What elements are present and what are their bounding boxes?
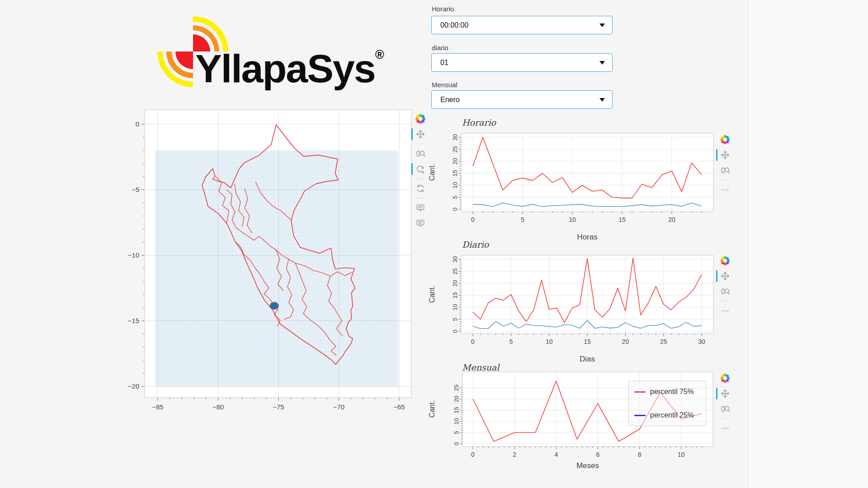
more-tools-button[interactable] <box>719 183 731 196</box>
selected-cell-marker[interactable] <box>270 302 278 310</box>
y-tick-label: 30 <box>452 256 458 263</box>
horario-chart-toolbar <box>718 132 732 197</box>
horario-y-axis-label: Cant. <box>428 164 436 181</box>
x-tick-label: −80 <box>212 403 224 411</box>
x-tick-label: −70 <box>333 403 344 411</box>
pan-tool-button[interactable] <box>719 270 731 282</box>
horario-chart-title: Horario <box>462 117 496 127</box>
percentil-25-swatch <box>634 415 646 416</box>
mensual-select[interactable]: Enero <box>431 90 613 109</box>
x-tick-label: −65 <box>393 403 405 411</box>
y-tick-label: −10 <box>128 251 139 259</box>
diario-chart-toolbar <box>718 253 732 319</box>
y-tick-label: 0 <box>136 120 139 128</box>
x-tick-label: 25 <box>660 338 667 345</box>
box-zoom-tool-button[interactable] <box>414 147 427 160</box>
mensual-chart-title: Mensual <box>462 362 499 372</box>
diario-select-label: diario <box>432 44 448 52</box>
app-root: −85−80−75−70−650−5−10−15−200510152005101… <box>0 0 868 488</box>
box-zoom-tool-button[interactable] <box>719 285 731 298</box>
box-zoom-tool-button[interactable] <box>719 164 731 177</box>
x-tick-label: 10 <box>569 216 576 223</box>
y-tick-label: 20 <box>452 158 458 164</box>
y-tick-label: 20 <box>452 280 458 286</box>
diario-chart-title: Diario <box>462 239 489 249</box>
diario-select[interactable]: 01 <box>431 53 613 72</box>
toolbar-separator <box>416 178 425 179</box>
toolbar-separator <box>721 301 729 301</box>
toolbar-separator <box>721 418 729 419</box>
horario-plot-canvas[interactable] <box>461 133 713 211</box>
y-tick-label: 10 <box>452 182 458 188</box>
y-tick-label: 5 <box>452 196 458 199</box>
bokeh-logo[interactable] <box>719 254 731 267</box>
yllapasys-logo: YllapaSys® <box>149 5 420 95</box>
x-tick-label: 0 <box>471 216 475 223</box>
chevron-down-icon <box>599 23 605 27</box>
chevron-down-icon <box>599 98 605 102</box>
pan-tool-button[interactable] <box>414 128 427 141</box>
mensual-select-label: Mensual <box>432 81 458 89</box>
x-tick-label: 2 <box>513 451 516 458</box>
y-tick-label: 0 <box>453 442 460 445</box>
bokeh-logo[interactable] <box>719 372 731 385</box>
y-tick-label: 20 <box>453 396 460 402</box>
y-tick-label: 15 <box>453 407 460 413</box>
hover-tool-button[interactable] <box>414 217 427 230</box>
y-tick-label: 15 <box>452 292 458 298</box>
y-tick-label: 0 <box>452 207 458 211</box>
legend-item: percentil 25% <box>634 411 700 419</box>
mensual-y-axis-label: Cant. <box>428 400 436 418</box>
y-tick-label: 10 <box>453 418 460 424</box>
toolbar-separator <box>416 144 425 144</box>
hover-tool-button[interactable] <box>414 202 427 214</box>
x-tick-label: 15 <box>618 216 626 223</box>
x-tick-label: −75 <box>273 403 284 411</box>
reset-tool-button[interactable] <box>414 182 427 195</box>
diario-select-value: 01 <box>440 59 448 67</box>
x-tick-label: 5 <box>521 216 524 223</box>
y-tick-label: −15 <box>128 317 139 324</box>
horario-select[interactable]: 00:00:00 <box>431 16 613 34</box>
bokeh-logo[interactable] <box>414 113 427 125</box>
x-tick-label: 0 <box>471 338 475 345</box>
map-toolbar <box>413 111 428 231</box>
y-tick-label: 25 <box>452 146 458 152</box>
x-tick-label: 8 <box>638 451 642 458</box>
mensual-chart-toolbar <box>718 371 732 436</box>
pan-tool-button[interactable] <box>719 149 731 161</box>
x-tick-label: 10 <box>678 451 685 458</box>
x-tick-label: 10 <box>546 338 553 345</box>
more-tools-button[interactable] <box>719 305 731 317</box>
legend: percentil 75% percentil 25% <box>628 381 706 426</box>
mensual-x-axis-label: Meses <box>576 461 599 470</box>
more-tools-button[interactable] <box>719 422 731 435</box>
bokeh-logo[interactable] <box>719 133 731 146</box>
y-tick-label: −20 <box>128 382 139 390</box>
legend-label: percentil 75% <box>650 388 694 396</box>
y-tick-label: 10 <box>452 304 458 310</box>
legend-label: percentil 25% <box>650 411 694 419</box>
y-tick-label: 0 <box>452 329 458 333</box>
y-tick-label: 5 <box>453 431 460 434</box>
y-tick-label: −5 <box>132 186 139 193</box>
diario-y-axis-label: Cant. <box>428 286 436 303</box>
toolbar-separator <box>416 198 425 198</box>
x-tick-label: 5 <box>509 338 513 345</box>
y-tick-label: 15 <box>452 170 458 176</box>
mensual-select-value: Enero <box>440 96 460 104</box>
legend-item: percentil 75% <box>634 388 700 396</box>
y-tick-label: 25 <box>453 385 460 391</box>
x-tick-label: 6 <box>596 451 600 458</box>
diario-x-axis-label: Dias <box>580 355 595 364</box>
logo-text: YllapaSys® <box>195 46 384 91</box>
y-tick-label: 30 <box>452 134 458 141</box>
x-tick-label: 20 <box>668 216 675 223</box>
y-tick-label: 5 <box>452 318 458 321</box>
horario-x-axis-label: Horas <box>577 233 597 242</box>
chevron-down-icon <box>599 61 605 65</box>
pan-tool-button[interactable] <box>719 387 731 400</box>
wheel-zoom-tool-button[interactable] <box>414 163 427 175</box>
box-zoom-tool-button[interactable] <box>719 403 731 415</box>
horario-select-label: Horario <box>432 5 454 13</box>
